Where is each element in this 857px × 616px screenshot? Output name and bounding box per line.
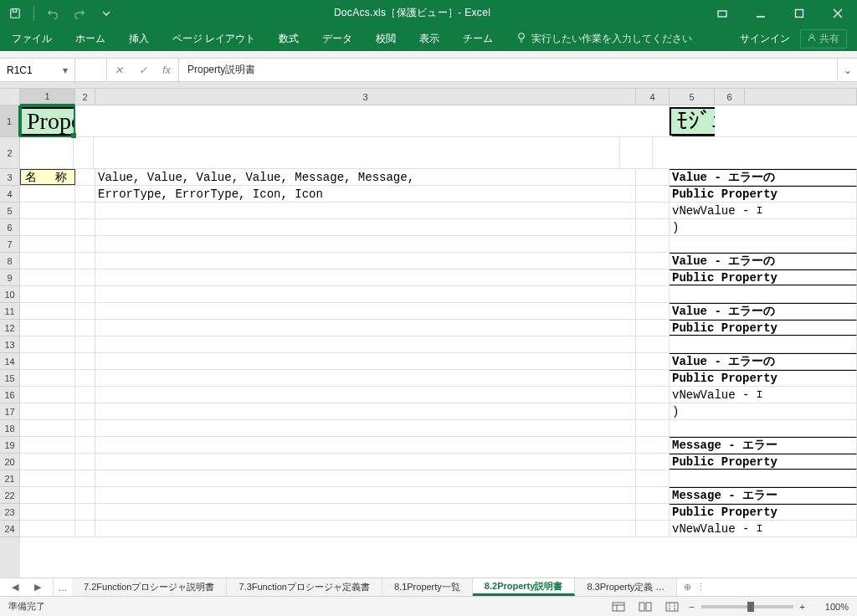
tab-view[interactable]: 表示 bbox=[408, 26, 451, 51]
cell-r23-right[interactable]: Public Property bbox=[670, 504, 857, 520]
cell-r1c5[interactable]: ﾓｼﾞｭｰﾙ_WCError bbox=[670, 105, 715, 136]
redo-icon[interactable] bbox=[68, 3, 91, 24]
cell-r5-right[interactable]: vNewValue - ｴ bbox=[670, 203, 857, 218]
save-icon[interactable] bbox=[3, 3, 27, 24]
row-header-4[interactable]: 4 bbox=[0, 186, 20, 203]
cell-r22-right[interactable]: Message - エラー bbox=[670, 487, 857, 503]
cell-r9-right[interactable]: Public Property bbox=[670, 270, 857, 285]
row-header-22[interactable]: 22 bbox=[0, 487, 20, 504]
col-header-2[interactable]: 2 bbox=[75, 89, 95, 105]
tab-file[interactable]: ファイル bbox=[0, 26, 64, 51]
maximize-icon[interactable] bbox=[780, 0, 819, 26]
formula-bar-expand-icon[interactable]: ⌄ bbox=[837, 59, 857, 81]
minimize-icon[interactable] bbox=[742, 0, 780, 26]
qat-customize-icon[interactable] bbox=[95, 3, 118, 24]
view-page-break-icon[interactable] bbox=[662, 599, 682, 614]
undo-icon[interactable] bbox=[41, 3, 64, 24]
row-header-23[interactable]: 23 bbox=[0, 504, 20, 521]
signin-link[interactable]: サインイン bbox=[740, 32, 790, 46]
zoom-percent[interactable]: 100% bbox=[812, 602, 849, 612]
cell-r6-right[interactable]: ) bbox=[670, 219, 857, 235]
row-header-5[interactable]: 5 bbox=[0, 203, 20, 219]
col-header-1[interactable]: 1 bbox=[20, 89, 75, 105]
row-header-7[interactable]: 7 bbox=[0, 236, 20, 253]
tab-home[interactable]: ホーム bbox=[64, 26, 117, 51]
cell-r24-right[interactable]: vNewValue - ｴ bbox=[670, 521, 857, 536]
sheet-nav-more-icon[interactable]: … bbox=[54, 578, 72, 596]
cell-r15-right[interactable]: Public Property bbox=[670, 370, 857, 386]
cells-area[interactable]: Property説明書 ﾓｼﾞｭｰﾙ_WCError bbox=[20, 105, 857, 578]
cell-name-label[interactable]: 名 称 bbox=[20, 169, 75, 185]
row-header-13[interactable]: 13 bbox=[0, 336, 20, 353]
formula-input[interactable]: Property説明書 bbox=[179, 59, 837, 81]
sheet-nav-prev-icon[interactable]: ◀ bbox=[12, 582, 18, 593]
zoom-out-icon[interactable]: − bbox=[689, 602, 694, 612]
cell-r12-right[interactable]: Public Property bbox=[670, 320, 857, 336]
cell-r8-right[interactable]: Value - エラーの bbox=[670, 253, 857, 269]
name-box[interactable]: R1C1 ▾ bbox=[0, 59, 75, 81]
zoom-slider-thumb[interactable] bbox=[747, 602, 754, 612]
cell-r16-right[interactable]: vNewValue - ｴ bbox=[670, 387, 857, 403]
sheet-nav-next-icon[interactable]: ▶ bbox=[34, 582, 41, 593]
enter-icon[interactable]: ✓ bbox=[139, 64, 147, 76]
col-header-rest[interactable] bbox=[745, 89, 857, 105]
row-header-8[interactable]: 8 bbox=[0, 253, 20, 270]
row-header-15[interactable]: 15 bbox=[0, 370, 20, 387]
tab-formulas[interactable]: 数式 bbox=[267, 26, 310, 51]
view-page-layout-icon[interactable] bbox=[635, 599, 655, 614]
sheet-tab-3[interactable]: 8.2Property説明書 bbox=[473, 578, 576, 596]
col-header-4[interactable]: 4 bbox=[636, 89, 670, 105]
cell-r4-right[interactable]: Public Property bbox=[670, 186, 857, 202]
col-header-6[interactable]: 6 bbox=[715, 89, 745, 105]
cell-r14-right[interactable]: Value - エラーの bbox=[670, 353, 857, 369]
sheet-tab-4[interactable]: 8.3Property定義 … bbox=[575, 578, 677, 596]
row-header-11[interactable]: 11 bbox=[0, 303, 20, 320]
cell-r17-right[interactable]: ) bbox=[670, 403, 857, 419]
row-header-19[interactable]: 19 bbox=[0, 437, 20, 454]
view-normal-icon[interactable] bbox=[608, 599, 629, 614]
cell-r11-right[interactable]: Value - エラーの bbox=[670, 303, 857, 319]
row-header-1[interactable]: 1 bbox=[0, 105, 20, 137]
row-header-24[interactable]: 24 bbox=[0, 521, 20, 537]
col-header-3[interactable]: 3 bbox=[95, 89, 636, 105]
tab-team[interactable]: チーム bbox=[451, 26, 505, 51]
share-button[interactable]: 共有 bbox=[800, 29, 847, 49]
tell-me[interactable]: 実行したい作業を入力してください bbox=[516, 32, 692, 46]
fx-icon[interactable]: fx bbox=[162, 64, 170, 76]
cell-r4c3[interactable]: ErrorType, ErrorType, Icon, Icon bbox=[95, 186, 636, 202]
row-header-21[interactable]: 21 bbox=[0, 470, 20, 487]
row-header-17[interactable]: 17 bbox=[0, 403, 20, 420]
zoom-in-icon[interactable]: + bbox=[800, 602, 805, 612]
zoom-slider[interactable] bbox=[701, 605, 793, 608]
tab-insert[interactable]: 挿入 bbox=[117, 26, 161, 51]
cell-r3c3[interactable]: Value, Value, Value, Value, Message, Mes… bbox=[95, 169, 636, 185]
cell-r19-right[interactable]: Message - エラー bbox=[670, 437, 857, 453]
row-header-14[interactable]: 14 bbox=[0, 353, 20, 370]
row-header-20[interactable]: 20 bbox=[0, 454, 20, 470]
cancel-icon[interactable]: ✕ bbox=[115, 64, 123, 76]
col-header-5[interactable]: 5 bbox=[670, 89, 715, 105]
cell-r3-right[interactable]: Value - エラーの bbox=[670, 169, 857, 185]
sheet-tab-0[interactable]: 7.2Functionプロシージャ説明書 bbox=[72, 578, 227, 596]
row-header-16[interactable]: 16 bbox=[0, 387, 20, 403]
cell-r1c1[interactable]: Property説明書 bbox=[20, 105, 75, 136]
row-header-6[interactable]: 6 bbox=[0, 219, 20, 236]
select-all-corner[interactable] bbox=[0, 89, 20, 105]
sheet-tab-1[interactable]: 7.3Functionプロシージャ定義書 bbox=[227, 578, 382, 596]
tab-data[interactable]: データ bbox=[310, 26, 364, 51]
cell-r20-right[interactable]: Public Property bbox=[670, 454, 857, 470]
row-header-18[interactable]: 18 bbox=[0, 420, 20, 437]
new-sheet-icon[interactable]: ⊕ bbox=[684, 582, 691, 593]
row-header-2[interactable]: 2 bbox=[0, 137, 20, 169]
chevron-down-icon[interactable]: ▾ bbox=[63, 64, 68, 76]
row-header-3[interactable]: 3 bbox=[0, 169, 20, 186]
worksheet-grid[interactable]: 1 2 3 4 5 6 1 2 3 4 5 6 7 8 9 10 11 12 1… bbox=[0, 89, 857, 578]
row-header-9[interactable]: 9 bbox=[0, 270, 20, 286]
close-icon[interactable] bbox=[819, 0, 857, 26]
sheet-tab-2[interactable]: 8.1Property一覧 bbox=[382, 578, 473, 596]
row-header-10[interactable]: 10 bbox=[0, 286, 20, 303]
tab-page-layout[interactable]: ページ レイアウト bbox=[161, 26, 267, 51]
row-header-12[interactable]: 12 bbox=[0, 320, 20, 336]
tab-review[interactable]: 校閲 bbox=[364, 26, 408, 51]
ribbon-options-icon[interactable] bbox=[703, 0, 742, 26]
